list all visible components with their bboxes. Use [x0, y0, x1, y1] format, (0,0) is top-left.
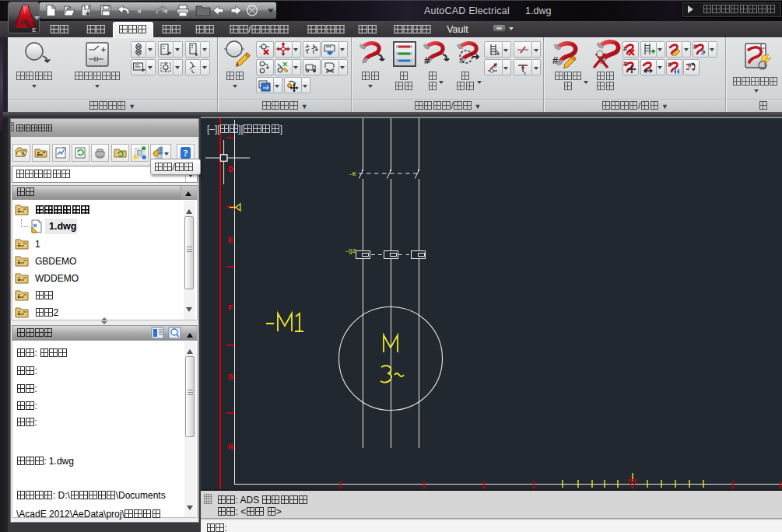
svg-text:D: D — [228, 165, 233, 174]
svg-text:G: G — [228, 373, 233, 382]
svg-text:?: ? — [184, 148, 188, 159]
svg-text:E: E — [228, 236, 233, 245]
svg-text:#: # — [424, 54, 430, 66]
svg-text:#: # — [552, 54, 559, 66]
svg-text:#: # — [688, 61, 692, 69]
svg-text:#: # — [493, 61, 497, 69]
svg-text:#: # — [701, 49, 705, 56]
svg-text:-Q2: -Q2 — [345, 247, 356, 254]
svg-text:H: H — [228, 443, 233, 452]
svg-text:-K: -K — [349, 170, 356, 177]
svg-text:E: E — [32, 26, 36, 33]
svg-text:F: F — [228, 303, 233, 313]
